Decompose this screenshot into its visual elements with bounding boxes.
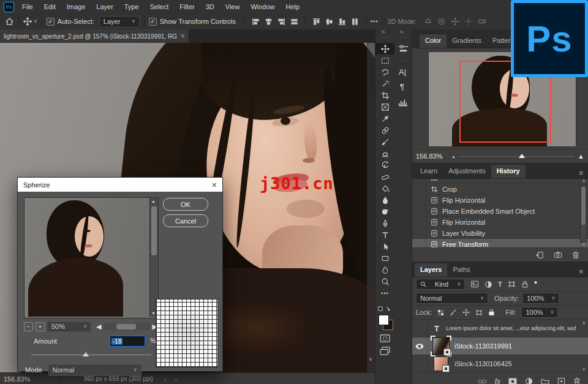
filter-kind-dropdown[interactable]: Kind ∨ [416, 279, 465, 290]
history-row[interactable]: Crop [412, 184, 588, 195]
path-selection-tool[interactable] [375, 241, 394, 252]
menu-help[interactable]: Help [281, 3, 306, 10]
layer-effects-fx-icon[interactable]: fx [495, 377, 500, 384]
auto-select-dropdown[interactable]: Layer ∨ [99, 16, 140, 28]
distribute-h-icon[interactable] [290, 18, 298, 26]
quick-selection-tool[interactable] [375, 78, 394, 89]
shape-tool[interactable] [375, 252, 394, 264]
brush-tool[interactable] [375, 136, 394, 148]
auto-select-checkbox[interactable]: ✓ [47, 18, 55, 26]
close-icon[interactable]: × [181, 32, 185, 40]
properties-panel-icon[interactable] [398, 44, 409, 53]
layer-thumbnail[interactable] [434, 356, 448, 371]
amount-slider[interactable] [31, 352, 151, 359]
home-icon[interactable] [5, 17, 14, 26]
scroll-down-icon[interactable]: ∨ [582, 366, 586, 372]
3d-orbit-icon[interactable] [424, 17, 432, 26]
histogram-panel-icon[interactable] [398, 98, 409, 107]
align-bottom-icon[interactable] [338, 18, 346, 26]
scroll-up-arrow-icon[interactable]: ▲ [151, 199, 156, 203]
preview-zoom-dropdown[interactable]: 50% ∨ [47, 322, 91, 332]
filter-pixel-layers-icon[interactable] [470, 280, 479, 288]
layer-row-selected[interactable]: iStock-1130319991 [412, 337, 588, 355]
character-panel-icon[interactable]: A| [399, 67, 406, 77]
filter-type-layers-icon[interactable]: T [498, 280, 502, 288]
history-row[interactable]: Flip Horizontal [412, 217, 588, 228]
3d-camera-icon[interactable] [478, 17, 486, 26]
dialog-titlebar[interactable]: Spherize × [18, 178, 222, 192]
scroll-thumb[interactable] [116, 324, 136, 329]
history-scrollbar[interactable] [580, 185, 587, 243]
lock-position-icon[interactable] [462, 309, 470, 316]
distribute-v-icon[interactable] [351, 18, 359, 26]
3d-slide-icon[interactable] [464, 17, 473, 26]
3d-roll-icon[interactable] [437, 17, 446, 26]
lock-pixels-brush-icon[interactable] [450, 309, 457, 316]
collapse-panel-icon[interactable]: « [382, 28, 385, 35]
adjustment-layer-icon[interactable] [525, 377, 533, 384]
filter-shape-layers-icon[interactable] [508, 280, 516, 288]
align-center-v-icon[interactable] [325, 18, 333, 26]
layer-thumbnail[interactable] [432, 337, 450, 355]
ok-button[interactable]: OK [163, 198, 208, 211]
show-transform-checkbox[interactable]: ✓ [149, 18, 157, 26]
filter-adjustment-layers-icon[interactable] [484, 280, 492, 288]
canvas-vscrollbar[interactable]: ∨ [367, 43, 375, 372]
menu-file[interactable]: File [17, 3, 39, 10]
type-tool[interactable] [375, 229, 394, 241]
scroll-down-icon[interactable]: ∨ [369, 356, 372, 362]
history-source-well[interactable] [412, 228, 426, 238]
dodge-tool[interactable] [375, 206, 394, 217]
history-row-selected[interactable]: Free Transform [412, 239, 588, 247]
menu-image[interactable]: Image [61, 3, 91, 10]
edit-toolbar-icon[interactable]: ••• [375, 287, 394, 299]
new-snapshot-camera-icon[interactable] [554, 251, 562, 258]
swap-colors-icon[interactable] [378, 306, 391, 314]
dialog-preview-image[interactable] [24, 198, 149, 317]
more-options-icon[interactable]: ••• [371, 18, 378, 24]
delete-layer-trash-icon[interactable] [573, 377, 581, 384]
align-top-icon[interactable] [312, 18, 320, 26]
lock-transparency-icon[interactable] [437, 309, 444, 316]
blur-tool[interactable] [375, 194, 394, 206]
scroll-thumb[interactable] [151, 206, 157, 255]
collapse-panel-icon[interactable]: « [400, 28, 404, 35]
lock-artboard-icon[interactable] [475, 309, 483, 316]
visibility-well[interactable] [412, 337, 428, 355]
visibility-well[interactable] [412, 320, 428, 337]
menu-layer[interactable]: Layer [91, 3, 119, 10]
healing-brush-tool[interactable] [375, 124, 394, 136]
history-source-well[interactable] [412, 184, 426, 194]
status-menu-chevron-icon[interactable]: › [164, 375, 167, 383]
move-tool[interactable] [375, 43, 394, 55]
lasso-tool[interactable] [375, 66, 394, 78]
zoom-tool[interactable] [375, 276, 394, 287]
panel-grip[interactable]: ····· [395, 36, 412, 40]
delete-state-trash-icon[interactable] [572, 251, 579, 259]
tab-color[interactable]: Color [420, 34, 447, 48]
panel-menu-icon[interactable]: ≡ [579, 268, 583, 275]
fill-dropdown[interactable]: 100% ∨ [521, 307, 558, 318]
paragraph-panel-icon[interactable]: ¶ [400, 82, 404, 91]
dialog-close-icon[interactable]: × [212, 180, 217, 190]
zoom-in-button[interactable]: + [36, 322, 45, 331]
tab-layers[interactable]: Layers [415, 263, 447, 277]
tab-learn[interactable]: Learn [415, 165, 443, 178]
history-source-well[interactable] [412, 195, 426, 205]
history-row[interactable]: Flip Horizontal [412, 195, 588, 206]
opacity-dropdown[interactable]: 100% ∨ [522, 293, 559, 304]
crop-tool[interactable] [375, 89, 394, 101]
marquee-tool[interactable] [375, 55, 394, 66]
panel-menu-icon[interactable]: ≡ [579, 169, 583, 176]
scroll-down-arrow-icon[interactable]: ▼ [151, 311, 156, 315]
add-layer-mask-icon[interactable] [508, 378, 517, 384]
cancel-button[interactable]: Cancel [163, 214, 208, 227]
menu-view[interactable]: View [220, 3, 246, 10]
history-brush-tool[interactable] [375, 159, 394, 171]
clone-stamp-tool[interactable] [375, 148, 394, 159]
slider-thumb[interactable] [83, 352, 89, 356]
tab-gradients[interactable]: Gradients [447, 34, 487, 48]
layer-row[interactable]: iStock-1130106425 [412, 355, 588, 372]
tab-history[interactable]: History [491, 165, 526, 178]
status-collapse-icon[interactable]: ‹ [175, 375, 178, 383]
